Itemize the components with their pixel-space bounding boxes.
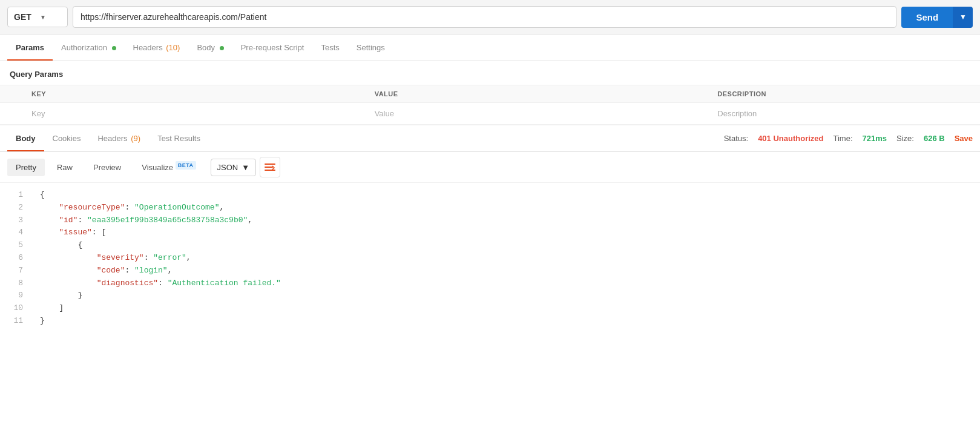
json-chevron-icon: ▼: [242, 163, 249, 172]
json-format-select[interactable]: JSON ▼: [211, 159, 257, 176]
code-line-5: {: [40, 239, 970, 252]
fmt-tab-visualize[interactable]: Visualize BETA: [133, 158, 204, 176]
line-num-1: 1: [7, 189, 23, 202]
line-num-7: 7: [7, 265, 23, 277]
code-line-3: "id": "eaa395e1f99b3849a65c583758a3c9b0"…: [40, 214, 970, 227]
tab-body[interactable]: Body: [188, 35, 232, 61]
response-headers-count: (9): [131, 134, 140, 143]
svg-rect-0: [265, 164, 275, 165]
code-line-7: "code": "login",: [40, 265, 970, 277]
row-checkbox-cell: [0, 103, 24, 125]
line-num-6: 6: [7, 252, 23, 265]
svg-rect-2: [265, 170, 275, 171]
row-value-cell[interactable]: Value: [367, 103, 711, 125]
method-chevron-icon: ▼: [40, 14, 61, 21]
size-label: Size:: [896, 134, 914, 143]
wrap-button[interactable]: [260, 157, 280, 177]
tab-pre-request-script[interactable]: Pre-request Script: [232, 35, 313, 61]
size-value: 626 B: [924, 134, 945, 143]
extra-col-header: [965, 85, 980, 103]
query-params-table: KEY VALUE DESCRIPTION Key Value Descript…: [0, 85, 980, 125]
fmt-tab-raw[interactable]: Raw: [48, 159, 81, 176]
value-col-header: VALUE: [367, 85, 711, 103]
tab-headers[interactable]: Headers (10): [125, 35, 189, 61]
key-col-header: KEY: [24, 85, 367, 103]
top-bar: GET ▼ Send ▼: [0, 0, 980, 35]
line-num-2: 2: [7, 202, 23, 214]
code-area: 1 2 3 4 5 6 7 8 9 10 11 { "resourceType"…: [0, 183, 980, 334]
save-response-button[interactable]: Save: [955, 134, 973, 143]
response-status-bar: Status: 401 Unauthorized Time: 721ms Siz…: [724, 128, 973, 149]
status-label: Status:: [724, 134, 748, 143]
body-dot: [220, 46, 224, 50]
table-row: Key Value Description: [0, 103, 980, 125]
row-key-cell[interactable]: Key: [24, 103, 367, 125]
line-num-4: 4: [7, 226, 23, 239]
request-tabs-bar: Params Authorization Headers (10) Body P…: [0, 35, 980, 61]
authorization-dot: [112, 46, 116, 50]
send-button-group: Send ▼: [901, 7, 973, 28]
send-dropdown-button[interactable]: ▼: [953, 7, 973, 28]
tab-response-body[interactable]: Body: [7, 125, 44, 151]
code-line-4: "issue": [: [40, 226, 970, 239]
desc-col-header: DESCRIPTION: [710, 85, 965, 103]
row-extra-cell: [965, 103, 980, 125]
code-line-2: "resourceType": "OperationOutcome",: [40, 202, 970, 214]
tab-params[interactable]: Params: [7, 35, 53, 61]
line-num-3: 3: [7, 214, 23, 227]
fmt-tab-preview[interactable]: Preview: [85, 159, 130, 176]
line-num-9: 9: [7, 289, 23, 302]
code-line-10: ]: [40, 302, 970, 315]
response-tabs-bar: Body Cookies Headers (9) Test Results St…: [0, 125, 980, 152]
tab-settings[interactable]: Settings: [348, 35, 393, 61]
tab-tests[interactable]: Tests: [312, 35, 347, 61]
url-input[interactable]: [73, 6, 896, 28]
tab-response-headers[interactable]: Headers (9): [89, 125, 149, 151]
line-num-5: 5: [7, 239, 23, 252]
method-dropdown[interactable]: GET ▼: [7, 7, 68, 27]
wrap-icon: [265, 163, 275, 171]
line-num-11: 11: [7, 315, 23, 328]
params-table-header-row: KEY VALUE DESCRIPTION: [0, 85, 980, 103]
tab-test-results[interactable]: Test Results: [149, 125, 209, 151]
time-label: Time:: [834, 134, 853, 143]
code-line-11: }: [40, 315, 970, 328]
code-line-6: "severity": "error",: [40, 252, 970, 265]
row-desc-cell[interactable]: Description: [710, 103, 965, 125]
beta-badge: BETA: [176, 161, 196, 170]
svg-rect-1: [265, 167, 273, 168]
method-label: GET: [14, 12, 35, 22]
headers-count: (10): [166, 43, 180, 52]
line-num-8: 8: [7, 277, 23, 290]
line-num-10: 10: [7, 302, 23, 315]
code-line-8: "diagnostics": "Authentication failed.": [40, 277, 970, 290]
query-params-section-header: Query Params: [0, 61, 980, 85]
checkbox-col-header: [0, 85, 24, 103]
fmt-tab-pretty[interactable]: Pretty: [7, 159, 45, 176]
tab-cookies[interactable]: Cookies: [44, 125, 90, 151]
line-numbers: 1 2 3 4 5 6 7 8 9 10 11: [0, 189, 30, 328]
code-content: { "resourceType": "OperationOutcome", "i…: [30, 189, 980, 328]
time-value: 721ms: [863, 134, 887, 143]
tab-authorization[interactable]: Authorization: [53, 35, 125, 61]
status-value: 401 Unauthorized: [758, 134, 823, 143]
code-line-1: {: [40, 189, 970, 202]
format-bar: Pretty Raw Preview Visualize BETA JSON ▼: [0, 152, 980, 183]
send-button[interactable]: Send: [901, 7, 953, 28]
code-line-9: }: [40, 289, 970, 302]
